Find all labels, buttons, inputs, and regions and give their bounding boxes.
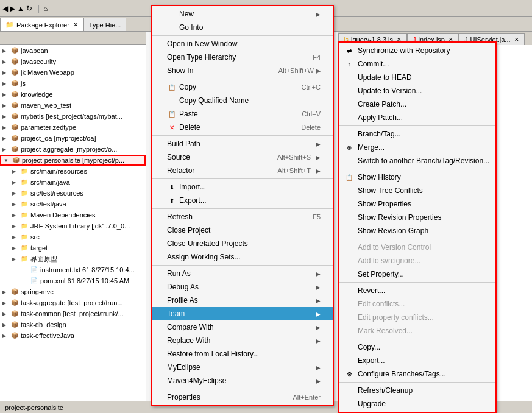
menu-item-run-as[interactable]: Run As ▶ [152,267,333,280]
tree-item-project-aggregate[interactable]: ▶ 📦 project-aggregate [myproject/o... [0,144,146,155]
tree-item-task-aggregate[interactable]: ▶ 📦 task-aggregate [test_project/trun... [0,297,146,308]
go-into-icon [167,23,177,32]
tree-item-mybatis[interactable]: ▶ 📦 mybatis [test_project/tags/mybat... [0,111,146,122]
team-menu-show-tree-conflicts[interactable]: Show Tree Conflicts [339,184,495,197]
tree-item-instrument[interactable]: 📄 instrument.txt 61 8/27/15 10:4... [0,264,146,275]
tree-item-task-db[interactable]: ▶ 📦 task-db_design [0,319,146,330]
tree-item-project-oa[interactable]: ▶ 📦 project_oa [myproject/oa] [0,133,146,144]
menu-item-source[interactable]: Source Alt+Shift+S ▶ [152,150,333,164]
team-menu-revert[interactable]: Revert... [339,284,495,297]
tree-item-javasecurity[interactable]: ▶ 📦 javasecurity [0,56,146,67]
tab-package-explorer-close[interactable]: ✕ [73,21,78,28]
toolbar-home-icon[interactable]: ⌂ [43,4,48,13]
team-menu-show-revision-graph[interactable]: Show Revision Graph [339,224,495,238]
menu-item-maven4myeclipse[interactable]: Maven4MyEclipse ▶ [152,374,333,387]
team-menu-show-revision-props[interactable]: Show Revision Properties [339,211,495,224]
team-menu-edit-conflicts[interactable]: Edit conflicts... [339,297,495,311]
menu-item-team[interactable]: Team ▶ [152,307,333,320]
team-menu-export[interactable]: Export... [339,354,495,367]
menu-item-open-type-hierarchy[interactable]: Open Type Hierarchy F4 [152,51,333,64]
tree-item-maven-web-test[interactable]: ▶ 📦 maven_web_test [0,100,146,111]
package-icon: 📦 [10,57,20,66]
tree-label: js [21,80,26,87]
menu-item-refresh[interactable]: Refresh F5 [152,210,333,224]
toolbar-forward-icon[interactable]: ▶ [10,4,15,13]
team-menu-apply-patch[interactable]: Apply Patch... [339,111,495,124]
tree-item-src-test-java[interactable]: ▶ 📁 src/test/java [0,199,146,210]
menu-item-delete[interactable]: ✕ Delete Delete [152,121,333,134]
menu-item-import[interactable]: ⬇ Import... [152,180,333,194]
tree-item-pom[interactable]: 📄 pom.xml 61 8/27/15 10:45 AM [0,275,146,286]
menu-label: Properties [167,393,200,401]
submenu-arrow: ▶ [316,168,321,174]
toolbar-back-icon[interactable]: ◀ [2,4,8,13]
team-menu-commit[interactable]: ↑ Commit... [339,57,495,71]
menu-item-go-into[interactable]: Go Into [152,21,333,34]
team-menu-merge[interactable]: ⊕ Merge... [339,141,495,154]
team-menu-update-head[interactable]: Update to HEAD [339,71,495,84]
team-menu-update-version[interactable]: Update to Version... [339,84,495,97]
team-menu-configure-branches[interactable]: ⚙ Configure Branches/Tags... [339,367,495,381]
tree-item-src-main-java[interactable]: ▶ 📁 src/main/java [0,177,146,188]
tree-item-maven-deps[interactable]: ▶ 📁 Maven Dependencies [0,210,146,221]
menu-item-properties[interactable]: Properties Alt+Enter [152,390,333,404]
menu-item-copy-qualified[interactable]: Copy Qualified Name [152,94,333,107]
copy-icon [344,342,354,352]
folder-icon: 📁 [20,221,29,231]
team-menu-mark-resolved[interactable]: Mark Resolved... [339,324,495,337]
tree-container[interactable]: ▶ 📦 javabean ▶ 📦 javasecurity ▶ 📦 jk Mav… [0,45,146,401]
tree-item-javabean[interactable]: ▶ 📦 javabean [0,45,146,56]
submenu-arrow: ▶ [316,297,321,304]
team-menu-add-version-control[interactable]: Add to Version Control [339,241,495,254]
team-menu-sync[interactable]: ⇄ Synchronize with Repository [339,44,495,57]
tree-item-src-main-resources[interactable]: ▶ 📁 src/main/resources [0,166,146,177]
menu-item-export[interactable]: ⬆ Export... [152,194,333,207]
menu-item-assign-working-sets[interactable]: Assign Working Sets... [152,250,333,264]
tree-item-parameterizedtype[interactable]: ▶ 📦 parameterizedtype [0,122,146,133]
tree-item-target[interactable]: ▶ 📁 target [0,242,146,253]
menu-item-open-new-window[interactable]: Open in New Window [152,37,333,51]
menu-item-debug-as[interactable]: Debug As ▶ [152,280,333,294]
menu-item-compare-with[interactable]: Compare With ▶ [152,320,333,334]
team-menu-switch-branch[interactable]: Switch to another Branch/Tag/Revision... [339,154,495,168]
team-menu-edit-property-conflicts[interactable]: Edit property conflicts... [339,311,495,324]
team-menu-upgrade[interactable]: Upgrade [339,397,495,411]
team-menu-add-svn-ignore[interactable]: Add to svn:ignore... [339,254,495,267]
menu-item-close-project[interactable]: Close Project [152,224,333,237]
tree-item-knowledge[interactable]: ▶ 📦 knowledge [0,89,146,100]
menu-item-replace-with[interactable]: Replace With ▶ [152,334,333,347]
tree-item-jre[interactable]: ▶ 📁 JRE System Library [jdk1.7.0_0... [0,221,146,231]
tree-item-src[interactable]: ▶ 📁 src [0,231,146,242]
team-menu-branch-tag[interactable]: Branch/Tag... [339,127,495,141]
team-menu-refresh-cleanup[interactable]: Refresh/Cleanup [339,384,495,397]
tree-item-js[interactable]: ▶ 📦 js [0,78,146,89]
team-menu-set-property[interactable]: Set Property... [339,267,495,281]
tab-package-explorer[interactable]: 📁 Package Explorer ✕ [0,18,83,31]
menu-item-paste[interactable]: 📋 Paste Ctrl+V [152,107,333,121]
tree-item-project-personalsite[interactable]: ▼ 📦 project-personalsite [myproject/p... [0,155,146,166]
team-menu-show-history[interactable]: 📋 Show History [339,171,495,184]
menu-item-myeclipse[interactable]: MyEclipse ▶ [152,361,333,374]
tree-item-task-common[interactable]: ▶ 📦 task-common [test_project/trunk/... [0,308,146,319]
tree-item-ui-prototype[interactable]: ▶ 📁 界面原型 [0,253,146,264]
tree-item-task-effectivejava[interactable]: ▶ 📦 task-effectiveJava [0,330,146,341]
tree-item-jk-maven[interactable]: ▶ 📦 jk Maven Webapp [0,67,146,78]
menu-item-build-path[interactable]: Build Path ▶ [152,137,333,150]
menu-item-new[interactable]: New ▶ [152,7,333,21]
team-menu-copy[interactable]: Copy... [339,341,495,354]
menu-item-copy[interactable]: 📋 Copy Ctrl+C [152,80,333,94]
menu-label: Synchronize with Repository [358,46,450,55]
menu-item-profile-as[interactable]: Profile As ▶ [152,294,333,307]
toolbar-up-icon[interactable]: ▲ [17,4,24,13]
tab-type-hierarchy[interactable]: Type Hie... [83,18,127,31]
toolbar-refresh-icon[interactable]: ↻ [26,4,32,13]
tree-item-src-test-resources[interactable]: ▶ 📁 src/test/resources [0,188,146,199]
team-menu-show-properties[interactable]: Show Properties [339,197,495,211]
menu-item-show-in[interactable]: Show In Alt+Shift+W ▶ [152,64,333,77]
tree-item-spring-mvc[interactable]: ▶ 📦 spring-mvc [0,286,146,297]
editor-tab-uiservlet-close[interactable]: ✕ [514,37,519,43]
menu-item-close-unrelated[interactable]: Close Unrelated Projects [152,237,333,250]
menu-item-restore-local-history[interactable]: Restore from Local History... [152,347,333,361]
menu-item-refactor[interactable]: Refactor Alt+Shift+T ▶ [152,164,333,177]
team-menu-create-patch[interactable]: Create Patch... [339,97,495,111]
